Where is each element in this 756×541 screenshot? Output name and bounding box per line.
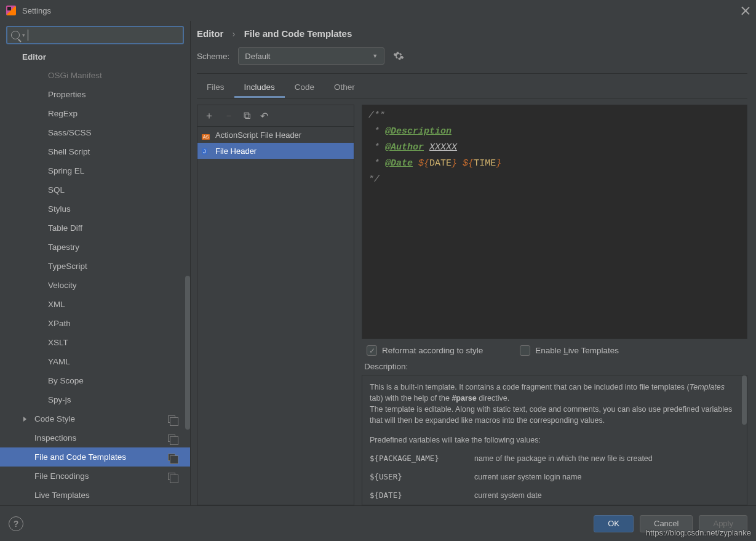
- watermark: https://blog.csdn.net/zyplanke: [646, 528, 751, 537]
- template-list: ＋ － ⧉ ↶ ActionScript File Header File He…: [197, 105, 354, 505]
- description-label: Description:: [362, 359, 747, 375]
- template-toolbar: ＋ － ⧉ ↶: [197, 105, 354, 127]
- copy-icon[interactable]: ⧉: [244, 110, 250, 121]
- copy-icon: [168, 454, 175, 461]
- tree-item[interactable]: OSGi Manifest: [0, 66, 190, 85]
- var-desc: name of the package in which the new fil…: [474, 453, 653, 464]
- tree-item[interactable]: Spy-js: [0, 390, 190, 409]
- tree-item-label: Live Templates: [34, 491, 90, 500]
- footer: ? OK Cancel Apply: [0, 505, 756, 541]
- var-row: ${PACKAGE_NAME} name of the package in w…: [370, 453, 739, 464]
- tree-item[interactable]: XML: [0, 295, 190, 314]
- tree-item-label: File Encodings: [34, 471, 89, 481]
- scheme-select[interactable]: Default ▼: [238, 47, 384, 65]
- tree-item[interactable]: YAML: [0, 352, 190, 371]
- tabs: Files Includes Code Other: [197, 75, 747, 98]
- code-tag: @Date: [385, 158, 413, 169]
- breadcrumb: Editor › File and Code Templates: [197, 21, 747, 47]
- var-row: ${USER} current user system login name: [370, 471, 739, 483]
- enable-live-templates-checkbox[interactable]: Enable Live Templates: [520, 345, 619, 356]
- tree-item-file-encodings[interactable]: File Encodings: [0, 467, 190, 486]
- tree-item-label: Inspections: [34, 433, 76, 443]
- tree-item[interactable]: Table Diff: [0, 218, 190, 238]
- var-desc: current system date: [474, 490, 542, 501]
- app-logo-icon: [6, 6, 16, 15]
- scrollbar-thumb[interactable]: [742, 375, 747, 425]
- code-text: XXXXX: [429, 142, 457, 153]
- gear-icon[interactable]: [393, 50, 404, 62]
- code-text: /**: [368, 110, 385, 121]
- breadcrumb-editor[interactable]: Editor: [197, 28, 223, 39]
- main-panel: Editor › File and Code Templates Scheme:…: [191, 21, 756, 505]
- code-brace: }: [496, 158, 501, 169]
- tree-item[interactable]: SQL: [0, 180, 190, 199]
- add-icon[interactable]: ＋: [204, 110, 214, 122]
- close-icon[interactable]: [741, 6, 750, 15]
- tab-other[interactable]: Other: [324, 75, 365, 98]
- tree-item[interactable]: XSLT: [0, 333, 190, 352]
- description-subhead: Predefined variables will take the follo…: [370, 435, 739, 446]
- var-row: ${DATE} current system date: [370, 490, 739, 501]
- search-input[interactable]: ▾: [6, 26, 184, 44]
- tree-item[interactable]: Stylus: [0, 199, 190, 218]
- template-item[interactable]: File Header: [197, 143, 354, 159]
- tab-includes[interactable]: Includes: [234, 75, 285, 98]
- help-icon[interactable]: ?: [9, 516, 23, 531]
- tree-item[interactable]: XPath: [0, 314, 190, 333]
- tree-item-label: Code Style: [34, 414, 75, 423]
- template-item[interactable]: ActionScript File Header: [197, 127, 354, 143]
- tree-item[interactable]: Shell Script: [0, 142, 190, 161]
- tab-files[interactable]: Files: [197, 75, 234, 98]
- tree-item[interactable]: Sass/SCSS: [0, 123, 190, 142]
- code-editor[interactable]: /** * @Description * @Author XXXXX * @Da…: [362, 105, 747, 339]
- tree-item-live-templates[interactable]: Live Templates: [0, 486, 190, 505]
- var-name: ${PACKAGE_NAME}: [370, 453, 474, 464]
- tree-item-inspections[interactable]: Inspections: [0, 428, 190, 447]
- chevron-down-icon: ▼: [372, 53, 378, 59]
- code-text: */: [368, 174, 380, 185]
- code-brace: ${: [418, 158, 429, 169]
- revert-icon[interactable]: ↶: [260, 110, 268, 122]
- scrollbar-thumb[interactable]: [185, 276, 190, 430]
- tree-item[interactable]: Properties: [0, 85, 190, 104]
- settings-tree: Editor OSGi Manifest Properties RegExp S…: [0, 48, 190, 505]
- tree-item-file-templates[interactable]: File and Code Templates: [0, 447, 190, 467]
- code-var: DATE: [429, 158, 452, 169]
- tree-item[interactable]: Tapestry: [0, 238, 190, 257]
- remove-icon: －: [224, 110, 234, 122]
- search-field[interactable]: [28, 31, 179, 40]
- description-box: This is a built-in template. It contains…: [362, 375, 747, 505]
- chevron-down-icon: ▾: [22, 32, 25, 38]
- tree-item[interactable]: By Scope: [0, 371, 190, 390]
- code-var: TIME: [474, 158, 496, 169]
- tab-code[interactable]: Code: [285, 75, 324, 98]
- copy-icon: [168, 473, 175, 480]
- sidebar: ▾ Editor OSGi Manifest Properties RegExp…: [0, 21, 191, 505]
- tree-item[interactable]: TypeScript: [0, 257, 190, 276]
- checkbox-icon: [520, 345, 530, 356]
- code-pane: /** * @Description * @Author XXXXX * @Da…: [362, 105, 747, 505]
- breadcrumb-current: File and Code Templates: [244, 28, 352, 39]
- tree-item[interactable]: RegExp: [0, 104, 190, 123]
- tree-item[interactable]: Spring EL: [0, 161, 190, 180]
- reformat-checkbox[interactable]: Reformat according to style: [367, 345, 483, 356]
- tree-item-code-style[interactable]: Code Style: [0, 409, 190, 428]
- var-name: ${USER}: [370, 471, 474, 483]
- copy-icon: [168, 435, 175, 442]
- code-brace: ${: [463, 158, 474, 169]
- scheme-label: Scheme:: [197, 52, 229, 61]
- description-text: This is a built-in template. It contains…: [370, 382, 739, 426]
- tree-item[interactable]: Velocity: [0, 276, 190, 295]
- tree-item-label: File and Code Templates: [34, 452, 126, 462]
- template-item-label: ActionScript File Header: [215, 130, 301, 140]
- titlebar: Settings: [0, 0, 756, 21]
- search-icon: [11, 31, 20, 39]
- checkbox-label: Reformat according to style: [382, 346, 483, 355]
- breadcrumb-separator-icon: ›: [226, 28, 242, 39]
- code-brace: }: [452, 158, 457, 169]
- checkbox-icon: [367, 345, 377, 356]
- ok-button[interactable]: OK: [594, 515, 634, 532]
- file-icon: [202, 146, 212, 156]
- code-text: *: [368, 126, 385, 137]
- tree-section-editor[interactable]: Editor: [0, 48, 190, 66]
